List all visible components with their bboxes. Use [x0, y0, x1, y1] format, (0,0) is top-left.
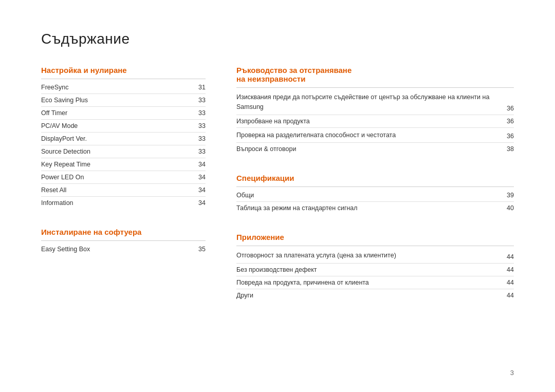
toc-label-tablitsa: Таблица за режим на стандартен сигнал: [236, 204, 504, 212]
toc-page-easy-setting: 35: [195, 246, 206, 253]
toc-label-key-repeat: Key Repeat Time: [41, 161, 195, 168]
divider-prilozhenie: [236, 246, 514, 246]
toc-label-iziskvaniya: Изисквания преди да потърсите съдействие…: [236, 92, 504, 112]
toc-item-otgovornost: Отговорност за платената услуга (цена за…: [236, 248, 514, 264]
toc-item-off-timer: Off Timer 33: [41, 107, 206, 120]
section-title-rukovodstvo: Ръководство за отстраняванена неизправно…: [236, 66, 514, 83]
columns-layout: Настройка и нулиране FreeSync 31 Eco Sav…: [41, 66, 514, 320]
toc-label-vaprosi: Въпроси & отговори: [236, 145, 504, 153]
toc-page-obshti: 39: [504, 192, 514, 199]
toc-page-power-led: 34: [195, 174, 206, 181]
toc-page-reset-all: 34: [195, 186, 206, 194]
toc-page-eco-saving: 33: [195, 97, 206, 104]
toc-page-izprobvane: 36: [504, 118, 514, 125]
toc-label-information: Information: [41, 199, 195, 207]
toc-label-eco-saving: Eco Saving Plus: [41, 97, 195, 104]
toc-label-pcav-mode: PC/AV Mode: [41, 122, 195, 129]
toc-label-proverka: Проверка на разделителната способност и …: [236, 130, 504, 140]
toc-page-pcav-mode: 33: [195, 122, 206, 129]
section-specifikacii: Спецификации Общи 39 Таблица за режим на…: [236, 174, 514, 214]
toc-label-displayport: DisplayPort Ver.: [41, 135, 195, 142]
toc-page-source-detection: 33: [195, 148, 206, 155]
section-instaliranje: Инсталиране на софтуера Easy Setting Box…: [41, 228, 206, 255]
divider-instaliranje: [41, 240, 206, 241]
toc-item-povreda: Повреда на продукта, причинена от клиент…: [236, 276, 514, 289]
toc-label-bez-defekt: Без производствен дефект: [236, 266, 504, 273]
toc-item-tablitsa: Таблица за режим на стандартен сигнал 40: [236, 202, 514, 214]
toc-item-easy-setting: Easy Setting Box 35: [41, 243, 206, 255]
toc-page-off-timer: 33: [195, 109, 206, 117]
toc-page-information: 34: [195, 199, 206, 207]
right-column: Ръководство за отстраняванена неизправно…: [236, 66, 514, 320]
toc-label-drugi: Други: [236, 292, 504, 299]
toc-label-otgovornost: Отговорност за платената услуга (цена за…: [236, 251, 504, 260]
toc-item-vaprosi: Въпроси & отговори 38: [236, 143, 514, 155]
section-nastroika: Настройка и нулиране FreeSync 31 Eco Sav…: [41, 66, 206, 209]
toc-page-otgovornost: 44: [504, 253, 514, 260]
toc-item-drugi: Други 44: [236, 289, 514, 302]
section-title-nastroika: Настройка и нулиране: [41, 66, 206, 74]
toc-label-obshti: Общи: [236, 192, 504, 199]
divider-specifikacii: [236, 186, 514, 187]
toc-item-pcav-mode: PC/AV Mode 33: [41, 120, 206, 133]
toc-item-power-led: Power LED On 34: [41, 171, 206, 184]
toc-page-drugi: 44: [504, 292, 514, 299]
toc-item-eco-saving: Eco Saving Plus 33: [41, 94, 206, 107]
toc-item-obshti: Общи 39: [236, 189, 514, 202]
toc-label-source-detection: Source Detection: [41, 148, 195, 155]
toc-item-proverka: Проверка на разделителната способност и …: [236, 128, 514, 143]
toc-item-izprobvane: Изпробване на продукта 36: [236, 115, 514, 128]
toc-page-freesync: 31: [195, 84, 206, 91]
toc-label-easy-setting: Easy Setting Box: [41, 246, 195, 253]
toc-label-power-led: Power LED On: [41, 174, 195, 181]
toc-label-reset-all: Reset All: [41, 186, 195, 194]
toc-page-iziskvaniya: 36: [504, 105, 514, 112]
section-prilozhenie: Приложение Отговорност за платената услу…: [236, 233, 514, 302]
divider-rukovodstvo: [236, 87, 514, 88]
toc-item-displayport: DisplayPort Ver. 33: [41, 133, 206, 145]
toc-page-bez-defekt: 44: [504, 266, 514, 273]
toc-item-iziskvaniya: Изисквания преди да потърсите съдействие…: [236, 90, 514, 115]
toc-label-freesync: FreeSync: [41, 84, 195, 91]
toc-page-povreda: 44: [504, 279, 514, 286]
toc-item-key-repeat: Key Repeat Time 34: [41, 158, 206, 171]
section-title-specifikacii: Спецификации: [236, 174, 514, 182]
toc-item-information: Information 34: [41, 197, 206, 209]
toc-page-tablitsa: 40: [504, 204, 514, 212]
toc-label-izprobvane: Изпробване на продукта: [236, 118, 504, 125]
page-container: Съдържание Настройка и нулиране FreeSync…: [0, 0, 555, 392]
toc-item-source-detection: Source Detection 33: [41, 145, 206, 158]
toc-page-key-repeat: 34: [195, 161, 206, 168]
toc-label-povreda: Повреда на продукта, причинена от клиент…: [236, 279, 504, 286]
toc-item-bez-defekt: Без производствен дефект 44: [236, 264, 514, 276]
toc-page-vaprosi: 38: [504, 145, 514, 153]
page-title: Съдържание: [41, 31, 514, 47]
section-rukovodstvo: Ръководство за отстраняванена неизправно…: [236, 66, 514, 155]
toc-page-displayport: 33: [195, 135, 206, 142]
left-column: Настройка и нулиране FreeSync 31 Eco Sav…: [41, 66, 206, 320]
page-number: 3: [510, 369, 514, 377]
section-title-prilozhenie: Приложение: [236, 233, 514, 241]
toc-page-proverka: 36: [504, 133, 514, 140]
toc-label-off-timer: Off Timer: [41, 109, 195, 117]
toc-item-reset-all: Reset All 34: [41, 184, 206, 197]
section-title-instaliranje: Инсталиране на софтуера: [41, 228, 206, 236]
toc-item-freesync: FreeSync 31: [41, 81, 206, 94]
divider-nastroika: [41, 79, 206, 79]
